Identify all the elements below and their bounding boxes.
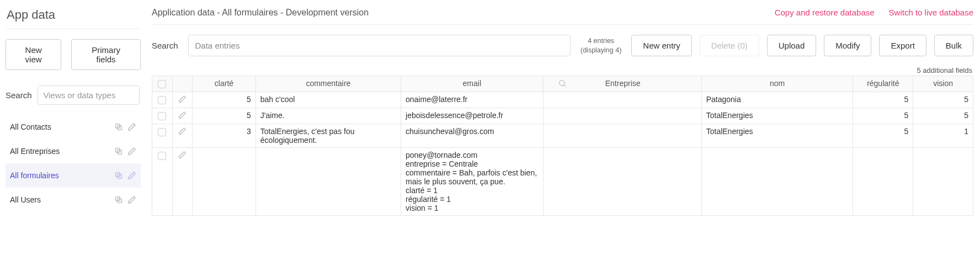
col-nom[interactable]: nom — [701, 76, 853, 92]
upload-button[interactable]: Upload — [767, 35, 817, 56]
col-email[interactable]: email — [401, 76, 544, 92]
row-checkbox[interactable] — [158, 96, 166, 104]
main-search-input[interactable] — [188, 35, 571, 56]
row-checkbox[interactable] — [158, 152, 166, 160]
cell-entreprise[interactable] — [543, 148, 701, 216]
pencil-icon[interactable] — [127, 147, 136, 156]
table-row[interactable]: 5bah c'coolonaime@laterre.frPatagonia55 — [152, 92, 973, 108]
copy-icon[interactable] — [114, 122, 123, 131]
cell-vision[interactable]: 1 — [913, 124, 973, 148]
sidebar-title: App data — [6, 6, 141, 29]
table-row[interactable]: 5J'aime.jeboisdelessence@petrole.frTotal… — [152, 108, 973, 124]
new-entry-button[interactable]: New entry — [631, 35, 692, 56]
sidebar-search-label: Search — [6, 90, 32, 100]
col-regularite[interactable]: régularité — [853, 76, 913, 92]
cell-regularite[interactable]: 5 — [853, 124, 913, 148]
pencil-icon[interactable] — [178, 111, 187, 119]
col-edit-header — [172, 76, 193, 92]
copy-icon[interactable] — [114, 195, 123, 204]
select-all-checkbox[interactable] — [158, 80, 166, 88]
row-checkbox[interactable] — [158, 112, 166, 120]
sidebar-view-item[interactable]: All Users — [6, 188, 141, 212]
cell-clarte[interactable]: 3 — [193, 124, 255, 148]
pencil-icon[interactable] — [178, 127, 187, 135]
delete-button: Delete (0) — [700, 35, 759, 56]
bulk-button[interactable]: Bulk — [934, 35, 973, 56]
cell-nom[interactable] — [701, 148, 853, 216]
cell-entreprise[interactable] — [543, 92, 701, 108]
main-area: Application data - All formulaires - Dev… — [146, 0, 980, 221]
primary-fields-button[interactable]: Primary fields — [71, 39, 141, 70]
view-item-label: All formulaires — [10, 171, 59, 180]
modify-button[interactable]: Modify — [824, 35, 871, 56]
cell-email[interactable]: jeboisdelessence@petrole.fr — [401, 108, 544, 124]
copy-icon[interactable] — [114, 147, 123, 156]
cell-commentaire[interactable]: bah c'cool — [255, 92, 401, 108]
cell-regularite[interactable]: 5 — [853, 92, 913, 108]
cell-entreprise[interactable] — [543, 108, 701, 124]
breadcrumb: Application data - All formulaires - Dev… — [152, 8, 775, 18]
cell-clarte[interactable] — [193, 148, 255, 216]
svg-line-9 — [564, 85, 566, 87]
col-clarte[interactable]: clarté — [193, 76, 255, 92]
col-commentaire[interactable]: commentaire — [255, 76, 401, 92]
sidebar-view-item[interactable]: All Contacts — [6, 115, 141, 139]
cell-nom[interactable]: TotalEnergies — [701, 124, 853, 148]
new-view-button[interactable]: New view — [6, 39, 61, 70]
cell-nom[interactable]: TotalEnergies — [701, 108, 853, 124]
table-row[interactable]: poney@tornade.com entreprise = Centrale … — [152, 148, 973, 216]
entries-line2: (displaying 4) — [580, 46, 621, 55]
cell-regularite[interactable]: 5 — [853, 108, 913, 124]
copy-restore-link[interactable]: Copy and restore database — [775, 8, 875, 17]
copy-icon[interactable] — [114, 171, 123, 180]
search-icon — [558, 79, 567, 88]
view-item-label: All Entreprises — [10, 147, 60, 156]
sidebar-search-input[interactable] — [38, 86, 140, 105]
entries-line1: 4 entries — [580, 36, 621, 46]
main-search-label: Search — [152, 41, 178, 50]
row-checkbox[interactable] — [158, 128, 166, 136]
col-entreprise[interactable]: Entreprise — [543, 76, 701, 92]
col-entreprise-label: Entreprise — [605, 79, 641, 88]
cell-vision[interactable] — [913, 148, 973, 216]
pencil-icon[interactable] — [178, 151, 187, 159]
export-button[interactable]: Export — [879, 35, 926, 56]
svg-point-8 — [559, 81, 564, 86]
pencil-icon[interactable] — [127, 122, 136, 131]
pencil-icon[interactable] — [127, 195, 136, 204]
pencil-icon[interactable] — [127, 171, 136, 180]
cell-commentaire[interactable]: J'aime. — [255, 108, 401, 124]
cell-email[interactable]: poney@tornade.com entreprise = Centrale … — [401, 148, 544, 216]
table-row[interactable]: 3TotalEnergies, c'est pas fou écologique… — [152, 124, 973, 148]
sidebar: App data New view Primary fields Search … — [0, 0, 146, 221]
sidebar-view-item[interactable]: All Entreprises — [6, 139, 141, 163]
cell-vision[interactable]: 5 — [913, 108, 973, 124]
view-item-label: All Users — [10, 195, 41, 204]
cell-clarte[interactable]: 5 — [193, 108, 255, 124]
data-table: clarté commentaire email Entreprise nom … — [152, 76, 973, 216]
additional-fields-label[interactable]: 5 additional fields — [152, 66, 973, 74]
col-vision[interactable]: vision — [913, 76, 973, 92]
cell-email[interactable]: chuisuncheval@gros.com — [401, 124, 544, 148]
sidebar-view-item[interactable]: All formulaires — [6, 163, 141, 188]
cell-regularite[interactable] — [853, 148, 913, 216]
pencil-icon[interactable] — [178, 95, 187, 103]
cell-clarte[interactable]: 5 — [193, 92, 255, 108]
view-item-label: All Contacts — [10, 122, 51, 131]
cell-email[interactable]: onaime@laterre.fr — [401, 92, 544, 108]
cell-nom[interactable]: Patagonia — [701, 92, 853, 108]
col-select-all[interactable] — [152, 76, 173, 92]
cell-entreprise[interactable] — [543, 124, 701, 148]
cell-commentaire[interactable] — [255, 148, 401, 216]
switch-live-link[interactable]: Switch to live database — [889, 8, 973, 17]
cell-commentaire[interactable]: TotalEnergies, c'est pas fou écologiquem… — [255, 124, 401, 148]
entries-count: 4 entries (displaying 4) — [578, 36, 624, 55]
cell-vision[interactable]: 5 — [913, 92, 973, 108]
